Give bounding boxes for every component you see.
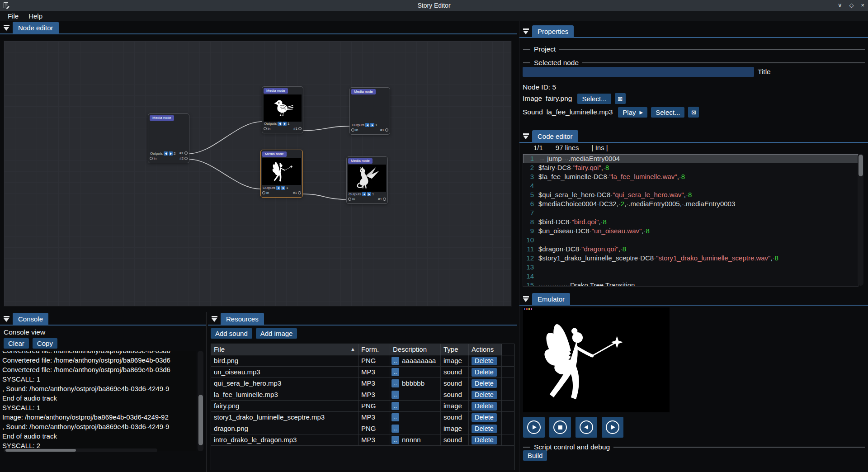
code-line[interactable]: 13 [523, 263, 858, 272]
delete-button[interactable]: Delete [472, 357, 497, 365]
delete-button[interactable]: Delete [472, 368, 497, 377]
edit-description-button[interactable]: .. [392, 425, 399, 433]
code-line[interactable]: 8$bird·DC8·"bird.qoi",·8 [523, 217, 858, 227]
code-line[interactable]: 7 [523, 208, 858, 217]
increment-outputs-button[interactable] [281, 186, 285, 190]
code-line[interactable]: 15··············Drako Tree Transition [523, 281, 858, 287]
delete-button[interactable]: Delete [472, 391, 497, 399]
collapse-icon[interactable] [4, 25, 9, 31]
increment-outputs-button[interactable] [370, 123, 374, 127]
edit-description-button[interactable]: .. [392, 413, 399, 421]
edit-description-button[interactable]: .. [392, 436, 399, 444]
title-input[interactable] [523, 67, 754, 77]
table-row[interactable]: dragon.pngPNG..imageDelete [211, 423, 514, 434]
add-image-button[interactable]: Add image [256, 328, 297, 339]
code-area[interactable]: 1→ jump···.mediaEntry00042$fairy·DC8·"fa… [523, 154, 859, 287]
code-line[interactable]: 11$dragon·DC8·"dragon.qoi",·8 [523, 245, 858, 254]
input-port[interactable]: in [150, 156, 156, 160]
decrement-outputs-button[interactable] [164, 151, 168, 156]
decrement-outputs-button[interactable] [278, 122, 282, 126]
delete-button[interactable]: Delete [472, 379, 497, 388]
sound-select-button[interactable]: Select... [651, 107, 684, 118]
code-line[interactable]: 4 [523, 181, 858, 190]
edit-description-button[interactable]: .. [392, 391, 399, 399]
graph-node[interactable]: Media nodeOutputs1in#1 [346, 156, 388, 204]
output-port[interactable]: #2 [179, 156, 188, 160]
image-clear-button[interactable]: ⊠ [615, 93, 626, 104]
table-row[interactable]: un_oiseau.mp3MP3..soundDelete [211, 367, 514, 378]
edit-description-button[interactable]: .. [392, 357, 399, 365]
increment-outputs-button[interactable] [367, 192, 371, 196]
collapse-icon[interactable] [523, 296, 529, 302]
input-port[interactable]: in [262, 191, 269, 195]
edit-description-button[interactable]: .. [392, 379, 399, 387]
console-hscrollbar[interactable] [4, 448, 157, 452]
column-header-description[interactable]: Description [390, 344, 441, 355]
code-scrollbar[interactable] [858, 154, 863, 286]
tab-properties[interactable]: Properties [532, 25, 574, 38]
maximize-button[interactable]: ◇ [849, 0, 854, 11]
input-port[interactable]: in [351, 128, 358, 132]
table-row[interactable]: fairy.pngPNG..imageDelete [211, 401, 514, 412]
console-output[interactable]: Convertered file: /home/anthony/ostproj/… [2, 351, 196, 451]
edit-description-button[interactable]: .. [392, 368, 399, 376]
collapse-icon[interactable] [4, 316, 9, 322]
column-header-form[interactable]: Form. [359, 344, 390, 355]
graph-node[interactable]: Media nodeOutputs1in#1 [349, 87, 390, 135]
column-header-type[interactable]: Type [441, 344, 469, 355]
code-line[interactable]: 2$fairy·DC8·"fairy.qoi",·8 [523, 163, 858, 172]
column-header-file[interactable]: File▲ [211, 344, 359, 355]
collapse-icon[interactable] [523, 28, 529, 34]
column-header-actions[interactable]: Actions [469, 344, 502, 355]
tab-console[interactable]: Console [13, 313, 48, 326]
minimize-button[interactable]: ∨ [838, 0, 842, 11]
image-select-button[interactable]: Select... [577, 94, 611, 104]
delete-button[interactable]: Delete [472, 436, 497, 444]
copy-button[interactable]: Copy [33, 338, 57, 349]
delete-button[interactable]: Delete [472, 413, 497, 422]
collapse-icon[interactable] [523, 133, 529, 139]
tab-resources[interactable]: Resources [221, 313, 264, 326]
sound-play-button[interactable]: Play▶ [618, 107, 647, 118]
code-line[interactable]: 9$un_oiseau·DC8·"un_oiseau.wav",·8 [523, 227, 858, 236]
scrollbar-thumb[interactable] [5, 449, 76, 452]
build-button[interactable]: Build [523, 450, 547, 461]
code-line[interactable]: 5$qui_sera_le_hero·DC8·"qui_sera_le_hero… [523, 190, 858, 199]
table-row[interactable]: qui_sera_le_hero.mp3MP3..bbbbbbsoundDele… [211, 378, 514, 389]
menu-file[interactable]: File [3, 12, 24, 20]
edit-description-button[interactable]: .. [392, 402, 399, 410]
tab-code-editor[interactable]: Code editor [532, 130, 578, 143]
output-port[interactable]: #1 [378, 197, 386, 201]
code-line[interactable]: 14 [523, 272, 858, 281]
input-port[interactable]: in [348, 197, 355, 201]
scrollbar-thumb[interactable] [859, 155, 863, 176]
table-row[interactable]: intro_drako_le_dragon.mp3MP3..nnnnnsound… [211, 434, 514, 446]
graph-node[interactable]: Media nodeOutputs1in#1 [260, 150, 303, 198]
output-port[interactable]: #1 [179, 151, 188, 155]
stop-button[interactable] [549, 417, 571, 438]
code-line[interactable]: 12$story1_drako_luminelle_sceptre·DC8·"s… [523, 254, 858, 263]
delete-button[interactable]: Delete [472, 402, 497, 411]
code-line[interactable]: 10 [523, 236, 858, 245]
sound-clear-button[interactable]: ⊠ [688, 107, 699, 118]
node-canvas[interactable]: Media nodeOutputs2in#1#2Media nodeOutput… [4, 41, 512, 307]
next-button[interactable] [602, 417, 623, 438]
input-port[interactable]: in [264, 127, 270, 131]
graph-node[interactable]: Media nodeOutputs1in#1 [262, 86, 303, 133]
menu-help[interactable]: Help [24, 12, 47, 20]
clear-button[interactable]: Clear [4, 338, 29, 349]
output-port[interactable]: #1 [293, 127, 302, 131]
increment-outputs-button[interactable] [169, 151, 173, 156]
decrement-outputs-button[interactable] [365, 123, 369, 127]
add-sound-button[interactable]: Add sound [211, 328, 252, 339]
decrement-outputs-button[interactable] [276, 186, 280, 190]
output-port[interactable]: #1 [380, 128, 388, 132]
output-port[interactable]: #1 [293, 191, 301, 195]
table-row[interactable]: la_fee_luminelle.mp3MP3..soundDelete [211, 389, 514, 401]
code-line[interactable]: 1→ jump···.mediaEntry0004 [523, 154, 858, 163]
console-vscrollbar[interactable] [198, 351, 203, 451]
code-line[interactable]: 6$mediaChoice0004·DC32,·2,·.mediaEntry00… [523, 199, 858, 208]
tab-emulator[interactable]: Emulator [532, 293, 570, 306]
decrement-outputs-button[interactable] [362, 192, 366, 196]
collapse-icon[interactable] [212, 316, 217, 322]
